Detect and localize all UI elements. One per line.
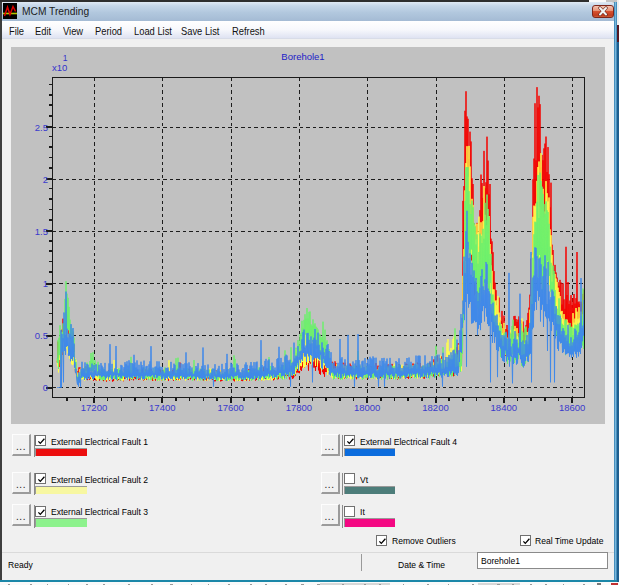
svg-text:1.5: 1.5 — [35, 226, 48, 237]
svg-text:x10: x10 — [52, 62, 67, 73]
svg-text:2.5: 2.5 — [35, 122, 48, 133]
svg-text:2: 2 — [43, 174, 48, 185]
svg-text:17800: 17800 — [286, 402, 312, 413]
svg-text:18200: 18200 — [422, 402, 448, 413]
svg-text:18600: 18600 — [559, 402, 585, 413]
svg-text:Borehole1: Borehole1 — [281, 51, 324, 62]
svg-text:17200: 17200 — [81, 402, 107, 413]
svg-text:17400: 17400 — [149, 402, 175, 413]
svg-text:1: 1 — [63, 53, 68, 63]
svg-text:18000: 18000 — [354, 402, 380, 413]
svg-text:0.5: 0.5 — [35, 330, 48, 341]
svg-text:1: 1 — [43, 278, 48, 289]
svg-text:0: 0 — [43, 382, 48, 393]
svg-text:17600: 17600 — [217, 402, 243, 413]
svg-text:18400: 18400 — [491, 402, 517, 413]
